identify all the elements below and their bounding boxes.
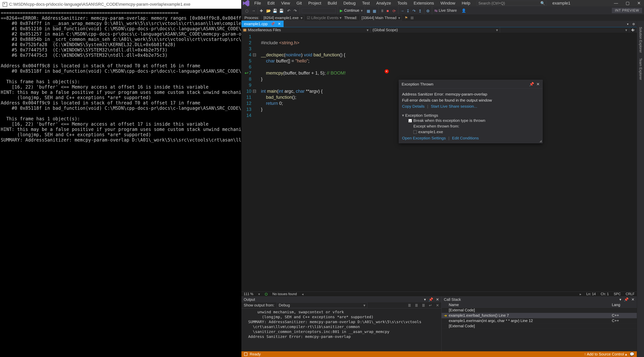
output-source-select[interactable]: Debug [276, 302, 368, 308]
console-output[interactable]: ========================================… [0, 9, 241, 357]
dbg-window2-icon[interactable]: ▦ [373, 9, 376, 12]
output-pin-icon[interactable]: 📌 [428, 297, 433, 302]
error-glyph-icon[interactable]: ✕ [384, 69, 389, 74]
output-tb-icon3[interactable]: ≣ [422, 303, 425, 308]
module-checkbox[interactable] [414, 130, 417, 134]
callstack-pin-icon[interactable]: 📌 [624, 297, 629, 302]
menu-debug[interactable]: Debug [341, 1, 358, 6]
output-wordwrap-icon[interactable]: ↵ [429, 303, 432, 308]
config-dropdown[interactable] [302, 8, 336, 13]
add-source-control[interactable]: ↑ Add to Source Control ▴ [584, 352, 627, 356]
stop-icon[interactable]: ■ [386, 9, 390, 12]
callstack-close-icon[interactable]: ✕ [631, 297, 634, 302]
dbg-window1-icon[interactable]: ▦ [367, 9, 370, 12]
callstack-row[interactable]: [External Code] [442, 308, 637, 313]
feedback-icon[interactable]: 👤 [462, 8, 466, 13]
live-share-icon[interactable]: ⇆ [434, 8, 438, 13]
threads-icon[interactable]: ⊞ [410, 16, 414, 20]
break-checkbox[interactable] [408, 119, 412, 122]
menu-window[interactable]: Window [438, 1, 458, 6]
output-text[interactable]: unwind mechanism, swapcontext or vfork (… [242, 308, 442, 351]
step-out-icon[interactable]: ↥ [418, 9, 422, 12]
minimize-button[interactable]: — [614, 1, 618, 6]
stack-frame-icon[interactable]: ⚑ [404, 16, 408, 20]
output-dropdown-icon[interactable]: ▾ [424, 297, 426, 302]
pin-icon[interactable]: 📌 [270, 22, 275, 26]
callstack-col-lang[interactable]: Lang [612, 303, 634, 307]
code-editor[interactable]: 1234567891011121314 #include <string.h> … [242, 33, 637, 292]
step-into-icon[interactable]: ↧ [406, 9, 410, 12]
menu-analyze[interactable]: Analyze [374, 1, 394, 6]
notifications-icon[interactable]: 💬 [630, 352, 634, 356]
output-tb-icon2[interactable]: ≣ [415, 303, 418, 308]
show-next-icon[interactable]: → [400, 9, 404, 12]
undo-icon[interactable]: ↶ [287, 8, 291, 13]
callstack-row[interactable]: ➜ example1.exe!bad_function() Line 7 C++ [442, 313, 637, 318]
menu-tools[interactable]: Tools [395, 1, 410, 6]
nav-project-dropdown[interactable]: Miscellaneous Files [242, 27, 370, 33]
callstack-row[interactable]: example1.exe!main(int argc, char * * arg… [442, 318, 637, 324]
menu-view[interactable]: View [278, 1, 293, 6]
copy-details-link[interactable]: Copy Details [402, 104, 424, 108]
search-box[interactable]: Search (Ctrl+Q) 🔍 [477, 1, 547, 6]
save-all-icon[interactable]: 💾 [279, 8, 283, 13]
tab-dropdown-icon[interactable]: ▾ [625, 21, 630, 27]
close-button[interactable]: ✕ [637, 1, 640, 6]
code-lines[interactable]: #include <string.h> ⊟ __declspec(noinlin… [256, 33, 346, 119]
open-icon[interactable]: 📂 [266, 8, 270, 13]
menu-project[interactable]: Project [306, 1, 324, 6]
zoom-level[interactable]: 111 % [244, 292, 253, 296]
menu-help[interactable]: Help [459, 1, 473, 6]
pause-icon[interactable]: ⏸ [380, 9, 384, 12]
maximize-button[interactable]: ▢ [626, 1, 630, 6]
menu-extensions[interactable]: Extensions [411, 1, 437, 6]
issues-text[interactable]: No issues found [272, 292, 297, 296]
exception-settings-header[interactable]: Exception Settings [402, 113, 540, 118]
continue-button[interactable]: ▶ Continue ▾ [340, 8, 363, 13]
lifecycle-events[interactable]: ☑ Lifecycle Events ▾ [307, 16, 342, 20]
document-tab-example1[interactable]: example1.cpp 📌 ✕ [242, 20, 284, 27]
tab-options-icon[interactable]: ⚙ [630, 21, 637, 27]
eol-indicator[interactable]: CRLF [626, 292, 634, 296]
line-indicator[interactable]: Ln: 14 [586, 292, 596, 296]
back-icon[interactable]: ◌ [245, 8, 249, 13]
menu-build[interactable]: Build [325, 1, 340, 6]
redo-icon[interactable]: ↷ [294, 8, 298, 13]
solution-explorer-tab[interactable]: Solution Explorer [638, 24, 643, 55]
console-titlebar[interactable]: C:\MSDN\cpp-docs-pr\docs\c-language\ASAN… [0, 0, 241, 9]
start-liveshare-link[interactable]: Start Live Share session... [431, 104, 477, 108]
scroll-right-icon[interactable]: ▸ [580, 292, 582, 296]
misc-dbg-icon[interactable]: ⚙ [426, 9, 430, 12]
output-close-icon[interactable]: ✕ [436, 297, 439, 302]
scroll-left-icon[interactable]: ◂ [302, 292, 304, 296]
forward-icon[interactable]: → [252, 8, 256, 13]
split-icon[interactable]: ✚ [629, 27, 637, 33]
resize-grip-icon[interactable]: ◢ [540, 139, 542, 143]
thread-select[interactable]: [33644] Main Thread [360, 15, 402, 20]
indent-indicator[interactable]: SPC [614, 292, 621, 296]
step-over-icon[interactable]: ↷ [412, 9, 416, 12]
menu-git[interactable]: Git [294, 1, 304, 6]
nav-member-dropdown[interactable] [500, 27, 629, 33]
close-popup-icon[interactable]: ✕ [536, 82, 540, 86]
menu-edit[interactable]: Edit [265, 1, 277, 6]
process-select[interactable]: [8264] example1.exe [262, 15, 304, 20]
restart-icon[interactable]: ⟳ [392, 9, 396, 12]
open-exception-settings-link[interactable]: Open Exception Settings [402, 136, 446, 140]
pin-popup-icon[interactable]: 📌 [529, 82, 534, 86]
close-tab-icon[interactable]: ✕ [278, 22, 281, 26]
callstack-row[interactable]: [External Code] [442, 324, 637, 329]
team-explorer-tab[interactable]: Team Explorer [638, 56, 643, 82]
output-clear-icon[interactable]: ✕ [436, 303, 439, 308]
live-share-label[interactable]: Live Share [439, 8, 457, 13]
output-tb-icon1[interactable]: ≣ [408, 303, 411, 308]
nav-scope-dropdown[interactable]: (Global Scope) [370, 27, 500, 33]
callstack-col-name[interactable]: Name [449, 303, 612, 307]
continue-dropdown-icon[interactable]: ▾ [361, 8, 363, 13]
menu-test[interactable]: Test [360, 1, 372, 6]
new-icon[interactable]: ✚ [260, 8, 264, 13]
menu-file[interactable]: File [252, 1, 264, 6]
char-indicator[interactable]: Ch: 1 [601, 292, 609, 296]
edit-conditions-link[interactable]: Edit Conditions [452, 136, 479, 140]
callstack-dropdown-icon[interactable]: ▾ [620, 297, 621, 302]
